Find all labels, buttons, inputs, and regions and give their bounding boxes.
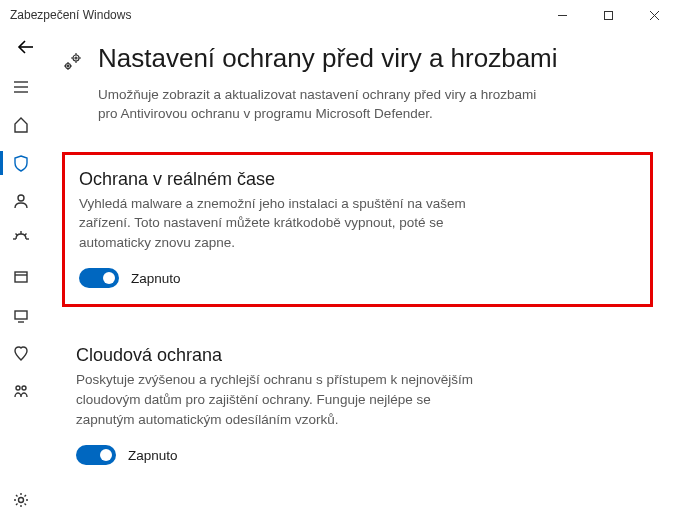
window-title: Zabezpečení Windows (10, 8, 131, 22)
nav-menu-button[interactable] (0, 68, 42, 106)
cloud-toggle[interactable] (76, 445, 116, 465)
realtime-toggle[interactable] (79, 268, 119, 288)
nav-firewall[interactable] (0, 220, 42, 258)
gears-icon (62, 42, 84, 76)
svg-rect-16 (15, 311, 27, 319)
svg-point-27 (66, 64, 71, 69)
svg-rect-1 (604, 11, 612, 19)
section-desc: Vyhledá malware a znemožní jeho instalac… (79, 194, 489, 253)
section-realtime-protection: Ochrana v reálném čase Vyhledá malware a… (62, 152, 653, 308)
svg-point-18 (16, 386, 20, 390)
nav-home[interactable] (0, 106, 42, 144)
nav-device-performance[interactable] (0, 334, 42, 372)
svg-line-13 (25, 234, 27, 236)
minimize-button[interactable] (539, 0, 585, 30)
sidebar (0, 30, 42, 525)
page-title: Nastavení ochrany před viry a hrozbami (98, 42, 558, 75)
svg-point-28 (67, 65, 69, 67)
window-controls (539, 0, 677, 30)
realtime-toggle-label: Zapnuto (131, 271, 181, 286)
svg-point-8 (18, 195, 24, 201)
svg-point-21 (73, 55, 79, 61)
close-button[interactable] (631, 0, 677, 30)
nav-settings[interactable] (0, 481, 42, 519)
nav-virus-protection[interactable] (0, 144, 42, 182)
section-title: Ochrana v reálném čase (79, 169, 636, 190)
svg-point-19 (22, 386, 26, 390)
svg-rect-14 (15, 272, 27, 282)
back-button[interactable] (16, 37, 36, 61)
nav-device-security[interactable] (0, 296, 42, 334)
section-title: Cloudová ochrana (76, 345, 639, 366)
svg-point-20 (19, 498, 24, 503)
cloud-toggle-label: Zapnuto (128, 448, 178, 463)
section-cloud-protection: Cloudová ochrana Poskytuje zvýšenou a ry… (62, 333, 653, 481)
nav-app-browser[interactable] (0, 258, 42, 296)
svg-point-22 (75, 57, 77, 59)
maximize-button[interactable] (585, 0, 631, 30)
main-content: Nastavení ochrany před viry a hrozbami U… (42, 30, 677, 525)
titlebar: Zabezpečení Windows (0, 0, 677, 30)
nav-family-options[interactable] (0, 372, 42, 410)
nav-account-protection[interactable] (0, 182, 42, 220)
svg-line-12 (16, 234, 18, 236)
page-subtitle: Umožňuje zobrazit a aktualizovat nastave… (98, 86, 538, 124)
section-desc: Poskytuje zvýšenou a rychlejší ochranu s… (76, 370, 486, 429)
page-header: Nastavení ochrany před viry a hrozbami (62, 42, 653, 76)
